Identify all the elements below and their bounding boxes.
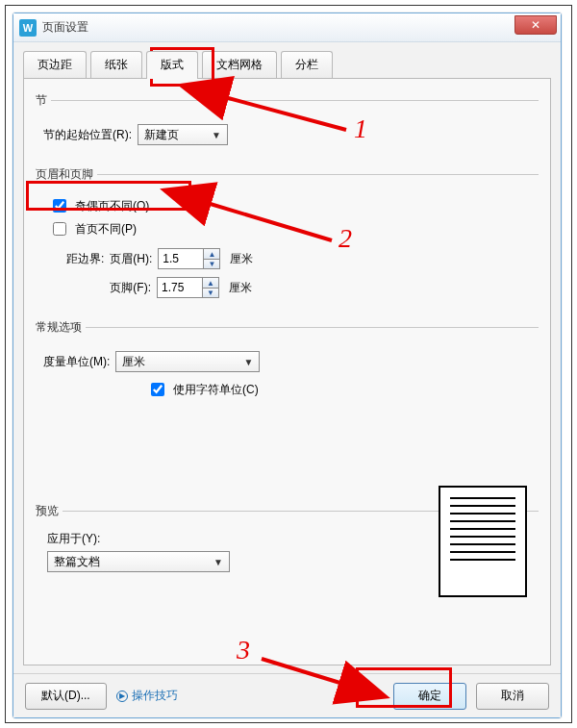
general-legend: 常规选项 xyxy=(36,319,86,336)
header-distance-input[interactable] xyxy=(158,248,204,269)
section-legend: 节 xyxy=(36,92,51,109)
app-icon: W xyxy=(19,19,37,37)
chevron-down-icon: ▼ xyxy=(243,357,253,367)
chevron-down-icon: ▼ xyxy=(212,130,221,140)
footer-distance-input[interactable] xyxy=(157,277,203,298)
section-start-value: 新建页 xyxy=(144,127,179,143)
tab-columns[interactable]: 分栏 xyxy=(281,51,333,79)
measure-unit-label: 度量单位(M): xyxy=(43,354,110,370)
tips-label: 操作技巧 xyxy=(132,688,178,704)
tab-grid[interactable]: 文档网格 xyxy=(202,51,277,79)
section-group: 节 节的起始位置(R): 新建页 ▼ xyxy=(36,92,539,155)
tab-paper[interactable]: 纸张 xyxy=(90,51,142,79)
default-button[interactable]: 默认(D)... xyxy=(25,683,107,710)
distance-prefix: 距边界: xyxy=(66,251,104,267)
header-unit: 厘米 xyxy=(230,251,253,267)
ok-button[interactable]: 确定 xyxy=(393,683,466,710)
spinner-up-icon[interactable]: ▲ xyxy=(204,249,219,259)
page-setup-dialog: W 页面设置 ✕ 页边距 纸张 版式 文档网格 分栏 节 节的起始位置(R): … xyxy=(13,13,562,718)
spinner-down-icon[interactable]: ▼ xyxy=(204,259,219,268)
header-distance-label: 页眉(H): xyxy=(110,251,152,267)
chevron-down-icon: ▼ xyxy=(213,557,223,567)
footer-distance-spinner[interactable]: ▲ ▼ xyxy=(157,277,219,298)
char-unit-label: 使用字符单位(C) xyxy=(173,382,259,398)
window-title: 页面设置 xyxy=(42,19,88,36)
apply-to-select[interactable]: 整篇文档 ▼ xyxy=(47,551,230,572)
footer-distance-label: 页脚(F): xyxy=(110,280,151,296)
header-footer-legend: 页眉和页脚 xyxy=(36,166,97,183)
char-unit-checkbox[interactable] xyxy=(151,383,164,396)
measure-unit-value: 厘米 xyxy=(122,354,145,370)
preview-thumbnail-area xyxy=(439,486,535,597)
general-group: 常规选项 度量单位(M): 厘米 ▼ 使用字符单位(C) xyxy=(36,319,539,407)
section-start-select[interactable]: 新建页 ▼ xyxy=(138,124,228,145)
first-page-checkbox[interactable] xyxy=(53,222,66,236)
titlebar: W 页面设置 ✕ xyxy=(13,13,561,42)
close-button[interactable]: ✕ xyxy=(514,15,557,35)
play-icon: ▶ xyxy=(116,690,128,702)
cancel-button[interactable]: 取消 xyxy=(476,683,549,710)
first-page-label: 首页不同(P) xyxy=(75,221,137,238)
header-footer-group: 页眉和页脚 奇偶页不同(O) 首页不同(P) 距边界: 页眉(H): ▲ ▼ xyxy=(36,166,539,308)
tab-margins[interactable]: 页边距 xyxy=(23,51,87,79)
spinner-up-icon[interactable]: ▲ xyxy=(203,278,218,288)
footer-unit: 厘米 xyxy=(229,280,252,296)
odd-even-checkbox[interactable] xyxy=(53,199,66,213)
measure-unit-select[interactable]: 厘米 ▼ xyxy=(115,351,260,372)
section-start-label: 节的起始位置(R): xyxy=(43,127,132,143)
preview-legend: 预览 xyxy=(36,503,63,519)
tab-layout[interactable]: 版式 xyxy=(146,51,198,79)
close-icon: ✕ xyxy=(531,18,540,32)
bottom-bar: 默认(D)... ▶ 操作技巧 确定 取消 xyxy=(13,673,561,717)
tips-link[interactable]: ▶ 操作技巧 xyxy=(116,688,178,704)
content-area: 节 节的起始位置(R): 新建页 ▼ 页眉和页脚 奇偶页不同(O) 首页不同(P… xyxy=(23,78,551,665)
spinner-down-icon[interactable]: ▼ xyxy=(203,288,218,297)
apply-to-value: 整篇文档 xyxy=(54,554,100,570)
header-distance-spinner[interactable]: ▲ ▼ xyxy=(158,248,220,269)
tabs: 页边距 纸张 版式 文档网格 分栏 xyxy=(13,42,561,78)
odd-even-label: 奇偶页不同(O) xyxy=(75,198,149,214)
preview-page-icon xyxy=(439,486,527,597)
